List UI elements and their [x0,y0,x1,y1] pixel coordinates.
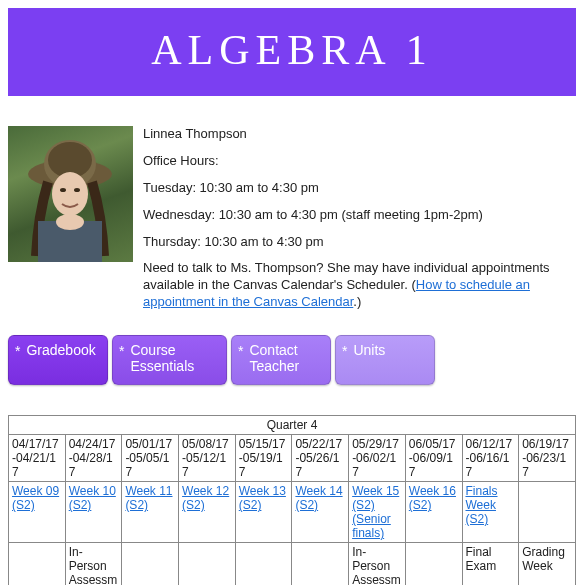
units-button[interactable]: * Units [335,335,435,385]
bullet-icon: * [238,343,243,359]
svg-point-4 [60,188,66,192]
week-cell: Week 12 (S2) [179,482,236,543]
week-link[interactable]: Finals Week (S2) [466,484,498,526]
bullet-icon: * [342,343,347,359]
office-hours-label: Office Hours: [143,153,576,170]
week-cell: Week 14 (S2) [292,482,349,543]
date-cell: 06/12/17-06/16/17 [462,435,519,482]
avatar [8,126,133,262]
course-banner: ALGEBRA 1 [8,8,576,96]
nav-label: Contact Teacher [249,342,322,374]
note-cell [405,543,462,585]
week-cell: Week 10 (S2) [65,482,122,543]
office-hours-line: Tuesday: 10:30 am to 4:30 pm [143,180,576,197]
note-cell: Final Exam [462,543,519,585]
svg-point-3 [52,172,88,216]
date-cell: 05/01/17-05/05/17 [122,435,179,482]
note-cell [235,543,292,585]
instructor-block: Linnea Thompson Office Hours: Tuesday: 1… [8,126,576,321]
date-cell: 05/15/17-05/19/17 [235,435,292,482]
date-cell: 04/24/17-04/28/17 [65,435,122,482]
contact-teacher-button[interactable]: * Contact Teacher [231,335,331,385]
week-link[interactable]: Week 10 (S2) [69,484,116,512]
schedule-table: Quarter 4 04/17/17-04/21/1704/24/17-04/2… [8,415,576,585]
schedule-title: Quarter 4 [9,416,576,435]
svg-point-7 [56,214,84,230]
date-cell: 06/19/17-06/23/17 [519,435,576,482]
week-cell: Week 15 (S2) (Senior finals) [349,482,406,543]
week-cell: Week 09 (S2) [9,482,66,543]
note-cell [122,543,179,585]
note-cell [9,543,66,585]
note-cell: Grading Week [519,543,576,585]
date-cell: 05/29/17-06/02/17 [349,435,406,482]
date-cell: 05/22/17-05/26/17 [292,435,349,482]
week-link[interactable]: Week 13 (S2) [239,484,286,512]
week-link[interactable]: Week 15 (S2) (Senior finals) [352,484,399,540]
nav-label: Units [353,342,385,358]
date-cell: 05/08/17-05/12/17 [179,435,236,482]
note-cell: In-Person Assessment #3 and Senior Final… [349,543,406,585]
office-hours-line: Thursday: 10:30 am to 4:30 pm [143,234,576,251]
bullet-icon: * [15,343,20,359]
note-suffix: .) [353,294,361,309]
week-cell: Week 13 (S2) [235,482,292,543]
weeks-row: Week 09 (S2)Week 10 (S2)Week 11 (S2)Week… [9,482,576,543]
dates-row: 04/17/17-04/21/1704/24/17-04/28/1705/01/… [9,435,576,482]
instructor-note: Need to talk to Ms. Thompson? She may ha… [143,260,576,311]
course-essentials-button[interactable]: * Course Essentials [112,335,227,385]
course-title: ALGEBRA 1 [151,27,433,73]
week-cell [519,482,576,543]
instructor-name: Linnea Thompson [143,126,576,143]
week-link[interactable]: Week 11 (S2) [125,484,172,512]
week-link[interactable]: Week 09 (S2) [12,484,59,512]
week-link[interactable]: Week 12 (S2) [182,484,229,512]
nav-buttons: * Gradebook * Course Essentials * Contac… [8,335,576,385]
office-hours-line: Wednesday: 10:30 am to 4:30 pm (staff me… [143,207,576,224]
note-cell: In-Person Assessment #2 [65,543,122,585]
note-cell [292,543,349,585]
week-cell: Week 11 (S2) [122,482,179,543]
notes-row: In-Person Assessment #2In-Person Assessm… [9,543,576,585]
instructor-info: Linnea Thompson Office Hours: Tuesday: 1… [143,126,576,321]
date-cell: 06/05/17-06/09/17 [405,435,462,482]
nav-label: Course Essentials [130,342,218,374]
svg-point-5 [74,188,80,192]
bullet-icon: * [119,343,124,359]
week-link[interactable]: Week 16 (S2) [409,484,456,512]
nav-label: Gradebook [26,342,95,358]
week-link[interactable]: Week 14 (S2) [295,484,342,512]
week-cell: Finals Week (S2) [462,482,519,543]
week-cell: Week 16 (S2) [405,482,462,543]
gradebook-button[interactable]: * Gradebook [8,335,108,385]
date-cell: 04/17/17-04/21/17 [9,435,66,482]
note-cell [179,543,236,585]
